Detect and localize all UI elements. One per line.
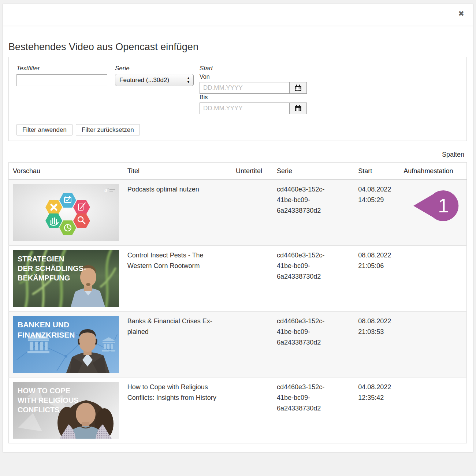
von-label: Von [200, 74, 210, 80]
col-header-untertitel[interactable]: Untertitel [232, 163, 273, 180]
col-header-aufnahmestation[interactable]: Aufnahmestation [399, 163, 466, 180]
col-header-serie[interactable]: Serie [273, 163, 354, 180]
video-title[interactable]: Control Insect Pests - The Western Corn … [127, 250, 229, 271]
calendar-icon [294, 105, 302, 112]
annotation-pin-1: 1 [413, 190, 460, 222]
video-serie: cd4460e3-152c-41be-bc09-6a24338730d2 [277, 316, 335, 348]
thumb-caption-line: DER SCHÄDLINGS- [18, 264, 86, 272]
table-row[interactable]: HOW TO COPE WITH RELIGIOUS CONFLICTS How… [9, 378, 467, 443]
opencast-modal: ✖ Bestehendes Video aus Opencast einfüge… [3, 4, 473, 452]
video-start: 04.08.2022 14:05:29 [358, 184, 397, 205]
video-serie: cd4460e3-152c-41be-bc09-6a24338730d2 [277, 184, 335, 216]
table-header-row: Vorschau Titel Untertitel Serie Start Au… [9, 163, 467, 180]
von-date-group [200, 82, 307, 94]
page-title: Bestehendes Video aus Opencast einfügen [8, 41, 198, 53]
bis-label: Bis [200, 94, 208, 101]
filter-panel: Textfilter Serie Featured (...30d2) ▲▼ S… [8, 57, 467, 141]
calendar-icon [294, 84, 302, 92]
video-start: 08.08.2022 21:03:53 [358, 316, 397, 337]
video-serie: cd4460e3-152c-41be-bc09-6a24338730d2 [277, 382, 335, 414]
select-stepper-icon: ▲▼ [187, 76, 190, 84]
thumb-caption-line: HOW TO COPE [18, 387, 70, 395]
thumb-caption-line: BANKEN UND [18, 320, 69, 329]
table-row[interactable]: STRATEGIEN DER SCHÄDLINGS- BEKÄMPFUNG Co… [9, 246, 467, 312]
thumb-caption-line: WITH RELIGIOUS [18, 396, 79, 404]
thumb-caption-line: STRATEGIEN [18, 255, 64, 263]
bis-date-group [200, 103, 307, 114]
modal-header: ✖ [3, 4, 473, 26]
filter-reset-button[interactable]: Filter zurücksetzen [76, 124, 140, 135]
video-thumbnail-banks[interactable]: BANKEN UND FINANZKRISEN [13, 316, 119, 373]
video-table: Vorschau Titel Untertitel Serie Start Au… [8, 162, 467, 443]
video-title[interactable]: How to Cope with Religious Conflicts: In… [127, 382, 229, 403]
video-title[interactable]: Podcasts optimal nutzen [127, 184, 229, 195]
video-start: 08.08.2022 21:05:06 [358, 250, 397, 271]
video-thumbnail-podcasts[interactable]: u [13, 184, 119, 241]
video-start: 04.08.2022 12:35:42 [358, 382, 397, 403]
col-header-titel[interactable]: Titel [123, 163, 232, 180]
table-row[interactable]: BANKEN UND FINANZKRISEN Banks & Financia… [9, 312, 467, 378]
von-calendar-button[interactable] [289, 82, 307, 94]
thumb-caption-line: FINANZKRISEN [18, 331, 75, 339]
spalten-button[interactable]: Spalten [442, 151, 464, 159]
bis-date-input[interactable] [200, 103, 290, 114]
close-icon[interactable]: ✖ [456, 10, 466, 18]
video-title[interactable]: Banks & Financial Crises Ex­plained [127, 316, 229, 337]
col-header-start[interactable]: Start [354, 163, 399, 180]
filter-buttons-row: Filter anwenden Filter zurücksetzen [16, 124, 140, 135]
serie-selected-value: Featured (...30d2) [119, 77, 169, 84]
textfilter-label: Textfilter [16, 65, 40, 72]
table-row[interactable]: u [9, 180, 467, 246]
video-serie: cd4460e3-152c-41be-bc09-6a24338730d2 [277, 250, 335, 282]
col-header-vorschau[interactable]: Vorschau [9, 163, 123, 180]
bis-calendar-button[interactable] [289, 103, 307, 114]
pin-shape [413, 190, 458, 221]
pin-number: 1 [438, 194, 449, 216]
start-label: Start [200, 65, 213, 72]
textfilter-input[interactable] [16, 74, 107, 86]
serie-label: Serie [115, 65, 130, 72]
svg-text:u: u [104, 188, 107, 193]
video-thumbnail-insect-pests[interactable]: STRATEGIEN DER SCHÄDLINGS- BEKÄMPFUNG [13, 250, 119, 307]
filter-apply-button[interactable]: Filter anwenden [16, 124, 72, 135]
serie-select[interactable]: Featured (...30d2) ▲▼ [115, 74, 194, 86]
von-date-input[interactable] [200, 82, 290, 94]
thumb-caption-line: BEKÄMPFUNG [18, 274, 70, 282]
thumb-caption-line: CONFLICTS [18, 406, 59, 414]
video-thumbnail-religious-conflicts[interactable]: HOW TO COPE WITH RELIGIOUS CONFLICTS [13, 382, 119, 439]
